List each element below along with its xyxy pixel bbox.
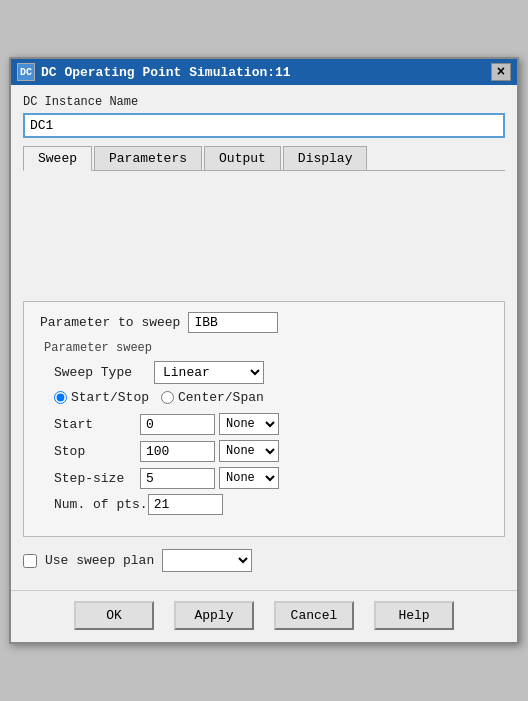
help-button[interactable]: Help [374,601,454,630]
stop-input[interactable] [140,441,215,462]
step-size-row: Step-size None kMG munp [54,467,488,489]
param-to-sweep-label: Parameter to sweep [40,315,180,330]
start-label: Start [54,417,140,432]
num-pts-label: Num. of pts. [54,497,148,512]
use-sweep-plan-checkbox[interactable] [23,554,37,568]
start-input[interactable] [140,414,215,435]
sweep-type-label: Sweep Type [54,365,154,380]
apply-button[interactable]: Apply [174,601,254,630]
tab-bar: Sweep Parameters Output Display [23,146,505,171]
dc-instance-label: DC Instance Name [23,95,505,109]
dialog-title: DC Operating Point Simulation:11 [41,65,491,80]
step-size-unit-select[interactable]: None kMG munp [219,467,279,489]
spacer [23,181,505,301]
step-size-input[interactable] [140,468,215,489]
tab-parameters[interactable]: Parameters [94,146,202,170]
tab-display[interactable]: Display [283,146,368,170]
sweep-type-select[interactable]: Linear Log List [154,361,264,384]
start-row: Start None kMG munp [54,413,488,435]
close-button[interactable]: × [491,63,511,81]
tab-output[interactable]: Output [204,146,281,170]
dialog-body: DC Instance Name Sweep Parameters Output… [11,85,517,590]
sweep-plan-select[interactable] [162,549,252,572]
stop-unit-select[interactable]: None kMG munp [219,440,279,462]
tab-sweep[interactable]: Sweep [23,146,92,171]
ok-button[interactable]: OK [74,601,154,630]
cancel-button[interactable]: Cancel [274,601,354,630]
radio-row: Start/Stop Center/Span [54,390,488,405]
step-size-label: Step-size [54,471,140,486]
title-bar: DC DC Operating Point Simulation:11 × [11,59,517,85]
parameter-sweep-label: Parameter sweep [44,341,488,355]
sweep-plan-row: Use sweep plan [23,549,505,572]
param-to-sweep-row: Parameter to sweep [40,312,488,333]
param-to-sweep-input[interactable] [188,312,278,333]
dialog-footer: OK Apply Cancel Help [11,590,517,642]
sweep-tab-content: Parameter to sweep Parameter sweep Sweep… [23,181,505,580]
dialog-window: DC DC Operating Point Simulation:11 × DC… [9,57,519,644]
sweep-form-section: Parameter to sweep Parameter sweep Sweep… [23,301,505,537]
radio-center-span-label[interactable]: Center/Span [161,390,264,405]
radio-center-span[interactable] [161,391,174,404]
radio-start-stop[interactable] [54,391,67,404]
start-unit-select[interactable]: None kMG munp [219,413,279,435]
stop-row: Stop None kMG munp [54,440,488,462]
radio-start-stop-label[interactable]: Start/Stop [54,390,149,405]
stop-label: Stop [54,444,140,459]
num-pts-input[interactable] [148,494,223,515]
num-pts-row: Num. of pts. [54,494,488,515]
sweep-type-row: Sweep Type Linear Log List [40,361,488,384]
use-sweep-plan-label: Use sweep plan [45,553,154,568]
dc-instance-input[interactable] [23,113,505,138]
title-bar-icon: DC [17,63,35,81]
